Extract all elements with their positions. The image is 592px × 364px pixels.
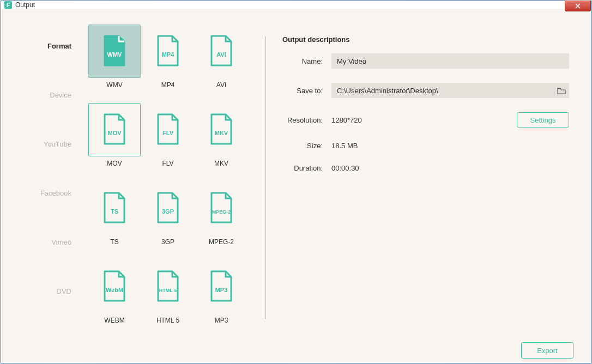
format-option-ts[interactable]: TSTS: [88, 177, 141, 246]
duration-label: Duration:: [282, 164, 331, 172]
sidebar-item-device[interactable]: Device: [1, 90, 86, 139]
file-type-icon: MP3: [195, 260, 247, 313]
sidebar-item-label: DVD: [57, 287, 71, 295]
row-size: Size: 18.5 MB: [282, 142, 569, 150]
svg-text:MKV: MKV: [215, 130, 228, 136]
svg-text:WebM: WebM: [106, 287, 123, 293]
format-option-webm[interactable]: WebMWEBM: [88, 256, 141, 324]
sidebar-item-youtube[interactable]: YouTube: [1, 139, 86, 188]
browse-folder-button[interactable]: [554, 83, 569, 98]
format-option-mov[interactable]: MOVMOV: [88, 99, 141, 167]
sidebar-item-dvd[interactable]: DVD: [1, 286, 86, 335]
file-type-icon: MKV: [195, 103, 247, 156]
format-option-flv[interactable]: FLVFLV: [141, 99, 195, 167]
format-label: HTML 5: [141, 317, 195, 324]
file-type-icon: WMV: [88, 25, 141, 78]
svg-text:AVI: AVI: [216, 51, 226, 58]
format-option-mpeg-2[interactable]: MPEG-2MPEG-2: [195, 177, 248, 246]
file-type-icon: MOV: [88, 103, 141, 156]
format-option-html5[interactable]: HTML 5HTML 5: [141, 256, 195, 324]
sidebar-item-label: Facebook: [40, 189, 71, 197]
close-button[interactable]: [565, 1, 591, 11]
row-name: Name:: [282, 53, 569, 69]
svg-text:FLV: FLV: [162, 130, 174, 136]
svg-text:HTML 5: HTML 5: [159, 288, 177, 293]
svg-text:MP3: MP3: [215, 287, 228, 293]
divider: [265, 37, 266, 319]
file-type-icon: MPEG-2: [195, 181, 247, 235]
format-option-3gp[interactable]: 3GP3GP: [141, 177, 195, 246]
format-label: MKV: [195, 160, 248, 167]
output-dialog: F Output Format Device YouTube Facebook …: [1, 1, 591, 363]
details-heading: Output descriptions: [282, 35, 569, 44]
content: Format Device YouTube Facebook Vimeo DVD…: [1, 9, 591, 364]
formats-panel: WMVWMVMP4MP4AVIAVIMOVMOVFLVFLVMKVMKVTSTS…: [86, 20, 260, 335]
file-type-icon: MP4: [142, 25, 194, 78]
folder-icon: [557, 87, 566, 94]
sidebar-item-format[interactable]: Format: [1, 41, 86, 90]
details-panel: Output descriptions Name: Save to: C:\Us…: [282, 20, 591, 335]
format-option-wmv[interactable]: WMVWMV: [88, 20, 141, 89]
format-label: WEBM: [88, 317, 141, 324]
format-option-avi[interactable]: AVIAVI: [195, 20, 248, 89]
format-label: MP4: [141, 81, 195, 89]
format-label: AVI: [195, 81, 248, 89]
format-label: 3GP: [141, 238, 195, 246]
format-label: MOV: [88, 160, 141, 167]
size-value: 18.5 MB: [331, 142, 358, 150]
name-input[interactable]: [331, 53, 569, 69]
row-resolution: Resolution: 1280*720 Settings: [282, 112, 569, 128]
format-option-mp4[interactable]: MP4MP4: [141, 20, 195, 89]
app-icon: F: [4, 1, 12, 9]
settings-button[interactable]: Settings: [517, 112, 569, 128]
sidebar-item-label: Device: [50, 91, 71, 99]
file-type-icon: AVI: [195, 25, 247, 78]
resolution-value: 1280*720: [331, 116, 362, 124]
resolution-label: Resolution:: [282, 116, 331, 124]
format-label: FLV: [141, 160, 195, 167]
size-label: Size:: [282, 142, 331, 150]
name-label: Name:: [282, 57, 331, 65]
format-label: MPEG-2: [195, 238, 248, 246]
format-label: MP3: [195, 317, 248, 324]
titlebar: F Output: [1, 1, 591, 9]
row-duration: Duration: 00:00:30: [282, 164, 569, 172]
window-title: Output: [15, 1, 35, 9]
row-saveto: Save to: C:\Users\Administrator\Desktop\: [282, 83, 569, 98]
format-label: WMV: [88, 81, 141, 89]
svg-text:MP4: MP4: [162, 51, 175, 58]
close-icon: [575, 3, 581, 9]
saveto-field[interactable]: C:\Users\Administrator\Desktop\: [331, 83, 569, 98]
svg-text:WMV: WMV: [107, 51, 123, 58]
sidebar-item-label: Format: [47, 42, 71, 50]
file-type-icon: WebM: [88, 260, 141, 313]
file-type-icon: TS: [88, 181, 141, 235]
svg-text:TS: TS: [111, 208, 118, 215]
saveto-value: C:\Users\Administrator\Desktop\: [331, 87, 554, 95]
main-row: Format Device YouTube Facebook Vimeo DVD…: [1, 9, 591, 335]
sidebar-item-facebook[interactable]: Facebook: [1, 188, 86, 237]
footer: Export: [1, 335, 591, 364]
saveto-label: Save to:: [282, 87, 331, 95]
format-label: TS: [88, 238, 141, 246]
svg-text:MPEG-2: MPEG-2: [212, 209, 231, 215]
formats-grid: WMVWMVMP4MP4AVIAVIMOVMOVFLVFLVMKVMKVTSTS…: [88, 20, 260, 324]
file-type-icon: FLV: [142, 103, 194, 156]
format-option-mp3[interactable]: MP3MP3: [195, 256, 248, 324]
file-type-icon: 3GP: [142, 181, 194, 235]
sidebar-item-label: Vimeo: [51, 238, 71, 246]
export-button[interactable]: Export: [521, 342, 573, 359]
format-option-mkv[interactable]: MKVMKV: [195, 99, 248, 167]
duration-value: 00:00:30: [331, 164, 359, 172]
file-type-icon: HTML 5: [142, 260, 194, 313]
svg-text:MOV: MOV: [107, 130, 122, 136]
sidebar-item-vimeo[interactable]: Vimeo: [1, 237, 86, 286]
sidebar-item-label: YouTube: [44, 140, 71, 148]
svg-text:3GP: 3GP: [162, 208, 174, 215]
sidebar: Format Device YouTube Facebook Vimeo DVD: [1, 20, 86, 335]
